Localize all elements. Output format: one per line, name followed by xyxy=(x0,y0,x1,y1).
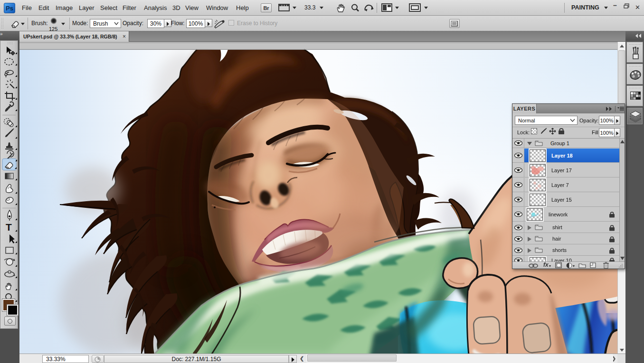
svg-text:T: T xyxy=(6,222,12,233)
